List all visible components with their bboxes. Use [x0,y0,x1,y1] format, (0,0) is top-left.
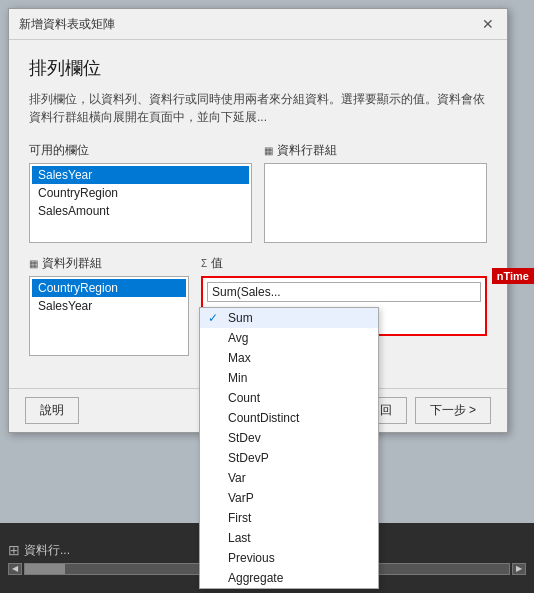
dialog: 新增資料表或矩陣 ✕ 排列欄位 排列欄位，以資料列、資料行或同時使用兩者來分組資… [8,8,508,433]
dropdown-item-avg[interactable]: Avg [200,328,378,348]
col-groups-panel: ▦ 資料列群組 CountryRegion SalesYear [29,255,189,356]
dropdown-item-previous[interactable]: Previous [200,548,378,568]
row-groups-label: ▦ 資料行群組 [264,142,487,159]
scroll-right-button[interactable]: ▶ [512,563,526,575]
next-button[interactable]: 下一步 > [415,397,491,424]
sigma-icon: Σ [201,258,207,269]
dialog-body: 排列欄位 排列欄位，以資料列、資料行或同時使用兩者來分組資料。選擇要顯示的值。資… [9,40,507,388]
dropdown-item-first[interactable]: First [200,508,378,528]
values-label: Σ 值 [201,255,487,272]
dropdown-item-min[interactable]: Min [200,368,378,388]
top-panels-row: 可用的欄位 SalesYear CountryRegion SalesAmoun… [29,142,487,243]
list-item[interactable]: CountryRegion [32,279,186,297]
description-text: 排列欄位，以資料列、資料行或同時使用兩者來分組資料。選擇要顯示的值。資料會依資料… [29,90,487,126]
grid-small-icon2: ▦ [29,258,38,269]
list-item[interactable]: SalesAmount [32,202,249,220]
list-item[interactable]: SalesYear [32,166,249,184]
grid-small-icon: ▦ [264,145,273,156]
scrollbar-thumb [25,564,65,574]
dropdown-item-last[interactable]: Last [200,528,378,548]
dropdown-item-stdev[interactable]: StDev [200,428,378,448]
overlay: 新增資料表或矩陣 ✕ 排列欄位 排列欄位，以資料列、資料行或同時使用兩者來分組資… [0,0,534,593]
list-item[interactable]: CountryRegion [32,184,249,202]
available-fields-listbox[interactable]: SalesYear CountryRegion SalesAmount [29,163,252,243]
values-panel: Σ 值 Sum Avg Max Min Count CountDistinct [201,255,487,356]
col-groups-listbox[interactable]: CountryRegion SalesYear [29,276,189,356]
list-item[interactable]: SalesYear [32,297,186,315]
col-groups-label: ▦ 資料列群組 [29,255,189,272]
page-title: 排列欄位 [29,56,487,80]
dropdown-item-varp[interactable]: VarP [200,488,378,508]
bottom-tab-label[interactable]: 資料行... [24,542,70,559]
dialog-titlebar: 新增資料表或矩陣 ✕ [9,9,507,40]
second-row: ▦ 資料列群組 CountryRegion SalesYear Σ 值 [29,255,487,356]
value-input-field[interactable] [207,282,481,302]
row-groups-listbox[interactable] [264,163,487,243]
row-groups-panel: ▦ 資料行群組 [264,142,487,243]
help-button[interactable]: 說明 [25,397,79,424]
dropdown-item-countdistinct[interactable]: CountDistinct [200,408,378,428]
dialog-title: 新增資料表或矩陣 [19,16,115,33]
dropdown-item-aggregate[interactable]: Aggregate [200,568,378,588]
available-fields-label: 可用的欄位 [29,142,252,159]
dropdown-item-stdevp[interactable]: StDevP [200,448,378,468]
dropdown-item-max[interactable]: Max [200,348,378,368]
available-fields-panel: 可用的欄位 SalesYear CountryRegion SalesAmoun… [29,142,252,243]
grid-icon-bottom: ⊞ [8,542,20,558]
ntime-tab[interactable]: nTime [492,268,534,284]
dropdown-item-var[interactable]: Var [200,468,378,488]
close-button[interactable]: ✕ [479,15,497,33]
scroll-left-button[interactable]: ◀ [8,563,22,575]
dropdown-item-sum[interactable]: Sum [200,308,378,328]
dropdown-item-count[interactable]: Count [200,388,378,408]
dropdown-menu: Sum Avg Max Min Count CountDistinct StDe… [199,307,379,589]
